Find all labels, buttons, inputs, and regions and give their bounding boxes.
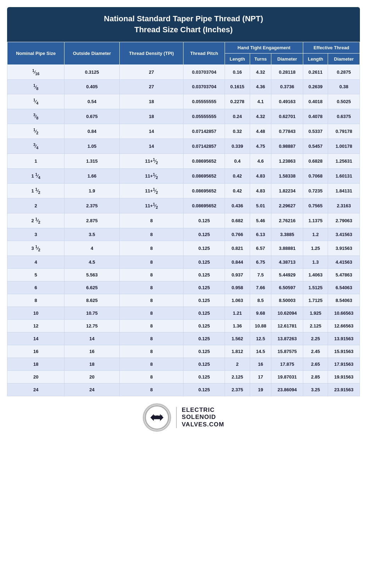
- table-cell: 2 1⁄2: [7, 213, 64, 228]
- table-cell: 0.125: [184, 241, 225, 256]
- table-cell: 3.41563: [328, 228, 360, 241]
- table-row: 33.580.1250.7666.133.38851.23.41563: [7, 228, 360, 241]
- table-cell: 2.85: [303, 370, 328, 383]
- table-cell: 0.125: [184, 268, 225, 281]
- table-cell: 0.1615: [225, 79, 250, 94]
- table-cell: 0.125: [184, 345, 225, 358]
- table-cell: 3.25: [303, 383, 328, 396]
- table-cell: 0.03703704: [184, 79, 225, 94]
- table-cell: 1.21: [225, 307, 250, 319]
- table-body: 1⁄160.3125270.037037040.164.320.281180.2…: [7, 65, 360, 396]
- table-cell: 1.812: [225, 345, 250, 358]
- table-cell: 0.05555555: [184, 109, 225, 124]
- table-cell: 1.925: [303, 307, 328, 319]
- table-cell: 7.66: [250, 281, 271, 294]
- table-row: 1 1⁄21.911+1⁄20.086956520.424.831.822340…: [7, 183, 360, 198]
- table-cell: 8: [119, 281, 184, 294]
- npt-table: Nominal Pipe Size Outside Diameter Threa…: [7, 42, 360, 396]
- col-header-ht-turns: Turns: [250, 53, 271, 65]
- table-cell: 13.87263: [271, 332, 303, 345]
- table-cell: 4.32: [250, 65, 271, 79]
- table-cell: 0.79178: [328, 124, 360, 139]
- table-cell: 0.4: [225, 154, 250, 169]
- table-cell: 8: [119, 319, 184, 332]
- table-row: 3⁄41.05140.071428570.3394.750.988870.545…: [7, 139, 360, 154]
- table-cell: 3 1⁄2: [7, 241, 64, 256]
- col-header-effective: Effective Thread: [303, 42, 360, 53]
- table-cell: 1.82234: [271, 183, 303, 198]
- table-cell: 1.23863: [271, 154, 303, 169]
- table-cell: 8.625: [64, 294, 120, 307]
- table-cell: 0.125: [184, 332, 225, 345]
- table-cell: 8: [119, 294, 184, 307]
- table-cell: 11+1⁄2: [119, 198, 184, 213]
- table-cell: 0.937: [225, 268, 250, 281]
- table-cell: 0.125: [184, 213, 225, 228]
- table-cell: 1⁄4: [7, 94, 64, 109]
- table-cell: 0.958: [225, 281, 250, 294]
- table-row: 1⁄160.3125270.037037040.164.320.281180.2…: [7, 65, 360, 79]
- table-cell: 12.66563: [328, 319, 360, 332]
- table-cell: 3⁄8: [7, 109, 64, 124]
- table-cell: 8: [119, 256, 184, 268]
- table-cell: 3: [7, 228, 64, 241]
- table-cell: 1.84131: [328, 183, 360, 198]
- table-row: 1⁄80.405270.037037040.16154.360.37360.26…: [7, 79, 360, 94]
- table-cell: 0.2875: [328, 65, 360, 79]
- table-row: 22.37511+1⁄20.086956520.4365.012.296270.…: [7, 198, 360, 213]
- table-cell: 10.62094: [271, 307, 303, 319]
- table-cell: 6.13: [250, 228, 271, 241]
- col-header-et-diameter: Diameter: [328, 53, 360, 65]
- table-cell: 4.38713: [271, 256, 303, 268]
- table-cell: 1 1⁄4: [7, 169, 64, 184]
- table-cell: 6.50597: [271, 281, 303, 294]
- table-cell: 0.125: [184, 358, 225, 370]
- table-cell: 2.65: [303, 358, 328, 370]
- table-cell: 5.47863: [328, 268, 360, 281]
- table-row: 181880.12521617.8752.6517.91563: [7, 358, 360, 370]
- table-cell: 5.44929: [271, 268, 303, 281]
- brand-line1: ELECTRIC: [182, 407, 224, 414]
- table-cell: 17.91563: [328, 358, 360, 370]
- table-cell: 8: [119, 358, 184, 370]
- table-cell: 5.46: [250, 213, 271, 228]
- table-cell: 19: [250, 383, 271, 396]
- table-row: 1⁄20.84140.071428570.324.480.778430.5337…: [7, 124, 360, 139]
- table-cell: 2.125: [225, 370, 250, 383]
- table-cell: 1.562: [225, 332, 250, 345]
- table-cell: 1.3: [303, 256, 328, 268]
- table-cell: 20: [7, 370, 64, 383]
- table-cell: 24: [7, 383, 64, 396]
- col-header-et-length: Length: [303, 53, 328, 65]
- table-cell: 2: [7, 198, 64, 213]
- table-cell: 4.1: [250, 94, 271, 109]
- table-cell: 4.36: [250, 79, 271, 94]
- table-cell: 0.98887: [271, 139, 303, 154]
- table-cell: 18: [64, 358, 120, 370]
- table-cell: 2.25: [303, 332, 328, 345]
- table-cell: 10.88: [250, 319, 271, 332]
- table-cell: 1: [7, 154, 64, 169]
- table-cell: 4.83: [250, 169, 271, 184]
- table-cell: 23.86094: [271, 383, 303, 396]
- table-row: 3 1⁄2480.1250.8216.573.888811.253.91563: [7, 241, 360, 256]
- table-cell: 1.9: [64, 183, 120, 198]
- col-header-ht-diameter: Diameter: [271, 53, 303, 65]
- table-cell: 4: [64, 241, 120, 256]
- table-cell: 1.4063: [303, 268, 328, 281]
- table-cell: 14: [7, 332, 64, 345]
- table-cell: 8: [119, 345, 184, 358]
- table-cell: 0.821: [225, 241, 250, 256]
- table-cell: 0.28118: [271, 65, 303, 79]
- table-cell: 0.77843: [271, 124, 303, 139]
- header-top-row: Nominal Pipe Size Outside Diameter Threa…: [7, 42, 360, 53]
- table-cell: 0.7068: [303, 169, 328, 184]
- table-row: 1212.7580.1251.3610.8812.617812.12512.66…: [7, 319, 360, 332]
- table-cell: 0.125: [184, 256, 225, 268]
- table-row: 11.31511+1⁄20.086956520.44.61.238630.682…: [7, 154, 360, 169]
- table-cell: 0.32: [225, 124, 250, 139]
- table-cell: 5.01: [250, 198, 271, 213]
- table-cell: 5: [7, 268, 64, 281]
- table-cell: 0.436: [225, 198, 250, 213]
- footer-logo: ESV ELECTRIC SOLENOID VALVES.COM: [7, 396, 360, 435]
